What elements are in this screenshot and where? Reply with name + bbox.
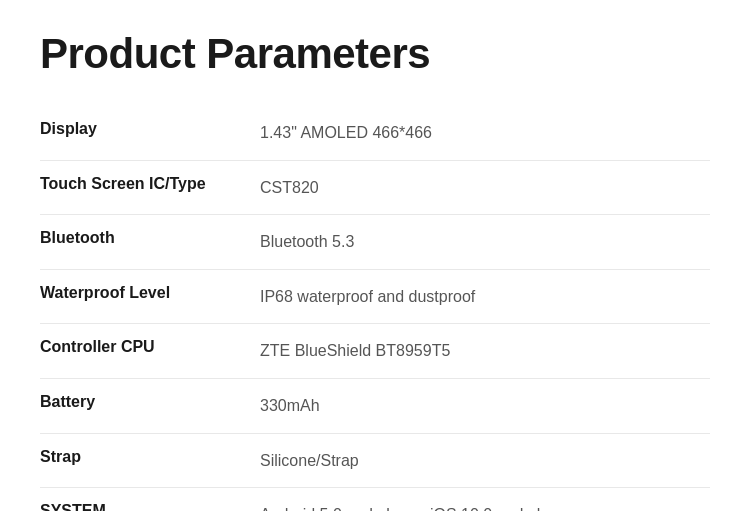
param-label: Bluetooth xyxy=(40,215,260,270)
param-value: Silicone/Strap xyxy=(260,433,710,488)
table-row: Display1.43" AMOLED 466*466 xyxy=(40,106,710,160)
product-params-table: Display1.43" AMOLED 466*466Touch Screen … xyxy=(40,106,710,511)
param-label: Display xyxy=(40,106,260,160)
table-row: Controller CPUZTE BlueShield BT8959T5 xyxy=(40,324,710,379)
param-value: 330mAh xyxy=(260,378,710,433)
table-row: Waterproof LevelIP68 waterproof and dust… xyxy=(40,269,710,324)
param-label: Waterproof Level xyxy=(40,269,260,324)
table-row: Touch Screen IC/TypeCST820 xyxy=(40,160,710,215)
table-row: BluetoothBluetooth 5.3 xyxy=(40,215,710,270)
param-value: 1.43" AMOLED 466*466 xyxy=(260,106,710,160)
param-value: ZTE BlueShield BT8959T5 xyxy=(260,324,710,379)
param-label: Battery xyxy=(40,378,260,433)
table-row: SYSTEMAndroid 5.0 and above; iOS 10.0 an… xyxy=(40,488,710,511)
table-row: StrapSilicone/Strap xyxy=(40,433,710,488)
param-value: CST820 xyxy=(260,160,710,215)
param-label: Strap xyxy=(40,433,260,488)
param-label: Touch Screen IC/Type xyxy=(40,160,260,215)
param-value: Android 5.0 and above; iOS 10.0 and abov… xyxy=(260,488,710,511)
table-row: Battery330mAh xyxy=(40,378,710,433)
param-label: SYSTEM xyxy=(40,488,260,511)
param-value: IP68 waterproof and dustproof xyxy=(260,269,710,324)
page-title: Product Parameters xyxy=(40,30,710,78)
param-label: Controller CPU xyxy=(40,324,260,379)
param-value: Bluetooth 5.3 xyxy=(260,215,710,270)
